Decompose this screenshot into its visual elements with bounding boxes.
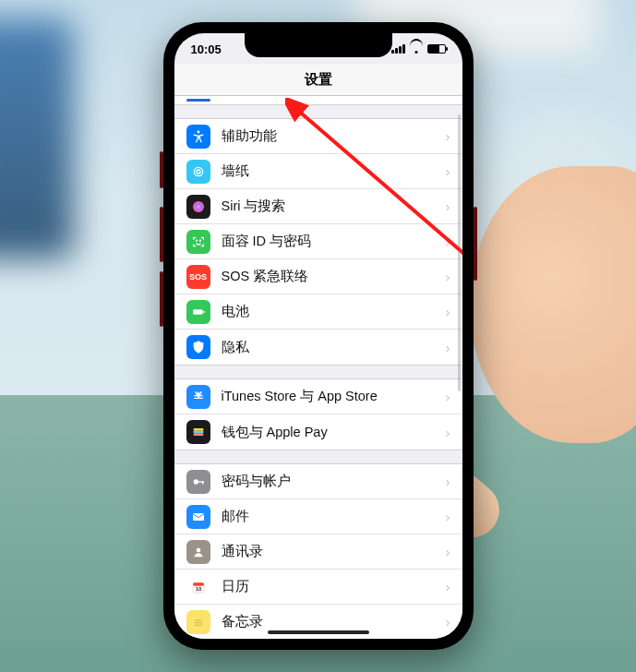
phone-frame: 10:05 设置 辅助功能›墙纸›Siri 与搜索›面容 ID 与密码›SOSS…: [163, 22, 474, 650]
chevron-right-icon: ›: [446, 474, 450, 489]
calendar-icon: 10: [186, 575, 210, 599]
accessibility-icon: [186, 125, 210, 149]
row-calendar[interactable]: 10日历›: [174, 570, 462, 605]
chevron-right-icon: ›: [446, 389, 450, 404]
svg-point-15: [196, 547, 200, 552]
status-time: 10:05: [191, 42, 222, 56]
appstore-icon: [186, 385, 210, 409]
mail-icon: [186, 505, 210, 529]
cell-signal-icon: [391, 44, 405, 54]
chevron-right-icon: ›: [446, 198, 450, 214]
battery-icon: [186, 300, 210, 324]
contacts-icon: [186, 540, 210, 564]
chevron-right-icon: ›: [446, 544, 450, 559]
row-label: iTunes Store 与 App Store: [222, 388, 435, 405]
chevron-right-icon: ›: [446, 614, 450, 630]
key-icon: [186, 470, 210, 494]
sos-icon: SOS: [186, 265, 210, 289]
chevron-right-icon: ›: [446, 234, 450, 249]
svg-point-3: [193, 201, 204, 212]
notch: [245, 33, 392, 57]
svg-point-0: [197, 130, 199, 133]
wallpaper-icon: [186, 160, 210, 184]
row-label: Siri 与搜索: [222, 198, 435, 215]
faceid-icon: [186, 230, 210, 254]
row-wallet-applepay[interactable]: 钱包与 Apple Pay›: [174, 414, 462, 450]
settings-list[interactable]: 辅助功能›墙纸›Siri 与搜索›面容 ID 与密码›SOSSOS 紧急联络›电…: [174, 96, 462, 639]
row-faceid-passcode[interactable]: 面容 ID 与密码›: [174, 224, 462, 259]
wifi-icon: [410, 42, 423, 55]
wallet-icon: [186, 420, 210, 444]
row-cut-previous[interactable]: [174, 96, 462, 105]
scroll-indicator[interactable]: [458, 114, 461, 391]
row-label: 隐私: [222, 339, 435, 356]
svg-rect-10: [193, 433, 203, 436]
privacy-icon: [186, 335, 210, 359]
svg-rect-17: [193, 582, 204, 585]
svg-point-2: [197, 170, 200, 174]
svg-rect-19: [193, 617, 204, 628]
chevron-right-icon: ›: [446, 425, 450, 440]
notes-icon: [186, 610, 210, 634]
svg-rect-9: [193, 431, 203, 434]
svg-rect-13: [202, 481, 203, 484]
chevron-right-icon: ›: [446, 269, 450, 284]
home-indicator[interactable]: [268, 630, 369, 634]
row-label: 密码与帐户: [222, 473, 435, 490]
svg-point-1: [194, 167, 202, 175]
svg-point-5: [199, 240, 200, 241]
svg-rect-6: [193, 309, 203, 314]
row-label: SOS 紧急联络: [222, 268, 435, 285]
svg-point-4: [196, 240, 197, 241]
row-label: 钱包与 Apple Pay: [222, 424, 435, 441]
svg-point-11: [193, 479, 198, 484]
row-mail[interactable]: 邮件›: [174, 499, 462, 534]
row-itunes-appstore[interactable]: iTunes Store 与 App Store›: [174, 379, 462, 414]
svg-rect-7: [203, 310, 204, 313]
page-title: 设置: [305, 71, 332, 89]
row-label: 墙纸: [222, 162, 435, 180]
row-label: 备忘录: [222, 613, 435, 630]
row-passwords-accounts[interactable]: 密码与帐户›: [174, 464, 462, 499]
svg-text:10: 10: [195, 586, 201, 592]
svg-rect-14: [193, 513, 204, 521]
row-label: 面容 ID 与密码: [222, 233, 435, 250]
nav-bar: 设置: [174, 65, 462, 96]
row-wallpaper[interactable]: 墙纸›: [174, 154, 462, 189]
row-privacy[interactable]: 隐私›: [174, 330, 462, 365]
row-label: 通讯录: [222, 543, 435, 560]
chevron-right-icon: ›: [446, 340, 450, 355]
row-siri-search[interactable]: Siri 与搜索›: [174, 189, 462, 224]
chevron-right-icon: ›: [446, 579, 450, 594]
battery-icon: [427, 44, 446, 54]
screen: 10:05 设置 辅助功能›墙纸›Siri 与搜索›面容 ID 与密码›SOSS…: [174, 33, 462, 639]
siri-icon: [186, 195, 210, 219]
row-contacts[interactable]: 通讯录›: [174, 534, 462, 570]
svg-rect-8: [193, 428, 203, 431]
row-emergency-sos[interactable]: SOSSOS 紧急联络›: [174, 259, 462, 294]
chevron-right-icon: ›: [446, 304, 450, 319]
row-label: 电池: [222, 303, 435, 320]
row-accessibility[interactable]: 辅助功能›: [174, 119, 462, 154]
row-label: 邮件: [222, 508, 435, 525]
chevron-right-icon: ›: [446, 163, 450, 179]
row-label: 辅助功能: [222, 127, 435, 145]
chevron-right-icon: ›: [446, 128, 450, 144]
chevron-right-icon: ›: [446, 509, 450, 524]
row-battery[interactable]: 电池›: [174, 294, 462, 330]
row-label: 日历: [222, 578, 435, 595]
